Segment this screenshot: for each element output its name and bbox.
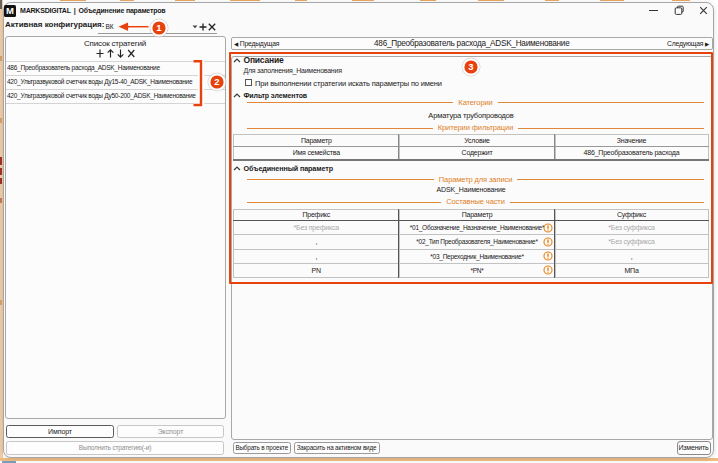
- svg-text:2: 2: [214, 76, 219, 87]
- svg-text:1: 1: [156, 22, 162, 33]
- svg-text:3: 3: [468, 61, 473, 72]
